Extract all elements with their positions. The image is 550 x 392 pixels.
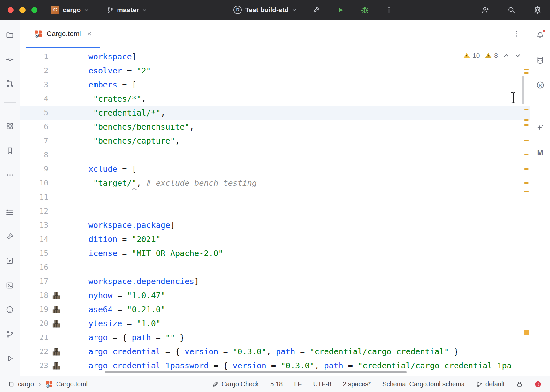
warning-stripe-mark[interactable] <box>524 72 529 74</box>
close-tab-icon[interactable] <box>87 31 92 36</box>
code-line[interactable]: 13workspace.package] <box>20 218 530 232</box>
line-number[interactable]: 6 <box>20 123 48 131</box>
line-number[interactable]: 22 <box>20 347 48 356</box>
indent-widget[interactable]: 2 spaces* <box>343 381 371 388</box>
breadcrumb-project[interactable]: cargo <box>18 381 34 388</box>
run-configuration-selector[interactable]: R Test build-std <box>233 6 296 14</box>
more-actions-button[interactable] <box>384 5 394 15</box>
code-line[interactable]: 1workspace] <box>20 49 530 64</box>
line-number[interactable]: 21 <box>20 333 48 342</box>
rust-toolchain-button[interactable]: R <box>533 78 547 92</box>
warning-stripe-mark[interactable] <box>524 119 529 121</box>
zoom-window-button[interactable] <box>31 7 37 13</box>
line-number[interactable]: 9 <box>20 165 48 173</box>
vcs-tool-button[interactable] <box>3 327 17 341</box>
code-line[interactable]: 21argo = { path = "" } <box>20 330 530 344</box>
vertical-scrollbar[interactable] <box>522 76 524 104</box>
encoding-widget[interactable]: UTF-8 <box>313 381 332 388</box>
line-number[interactable]: 7 <box>20 137 48 145</box>
vcs-branch-widget[interactable]: master <box>107 6 147 14</box>
bookmarks-tool-button[interactable] <box>3 144 17 157</box>
code-line[interactable]: 22argo-credential = { version = "0.3.0",… <box>20 344 530 358</box>
code-line[interactable]: 19ase64 = "0.21.0" <box>20 302 530 316</box>
code-line[interactable]: 10 "target/", # exclude bench testing <box>20 176 530 190</box>
build-tool-button[interactable] <box>3 230 17 243</box>
tab-cargo-toml[interactable]: R Cargo.toml <box>26 20 100 48</box>
line-number[interactable]: 11 <box>20 193 48 201</box>
warning-stripe-block[interactable] <box>524 330 529 335</box>
code-line[interactable]: 18nyhow = "1.0.47" <box>20 288 530 302</box>
vcs-widget[interactable]: default <box>476 381 505 388</box>
line-number[interactable]: 17 <box>20 277 48 285</box>
code-line[interactable]: 5 "credential/*", <box>20 106 530 120</box>
warning-stripe-mark[interactable] <box>524 124 529 126</box>
structure-tool-button[interactable] <box>3 119 17 133</box>
next-problem-button[interactable] <box>515 52 521 59</box>
cargo-check-widget[interactable]: Cargo Check <box>212 381 259 388</box>
code-line[interactable]: 8 <box>20 148 530 162</box>
write-access-toggle[interactable] <box>516 381 523 388</box>
project-widget[interactable]: C cargo <box>51 6 89 14</box>
code-line[interactable]: 7 "benches/capture", <box>20 134 530 148</box>
warning-stripe-mark[interactable] <box>524 191 529 192</box>
code-line[interactable]: 11 <box>20 190 530 204</box>
code-with-me-button[interactable] <box>480 5 490 15</box>
caret-position-widget[interactable]: 5:18 <box>270 381 283 388</box>
ai-assistant-button[interactable] <box>533 121 547 135</box>
code-line[interactable]: 17workspace.dependencies] <box>20 274 530 288</box>
letter-m-tool-button[interactable]: M <box>533 146 547 160</box>
run-tool-button[interactable] <box>3 352 17 365</box>
warning-stripe-mark[interactable] <box>524 168 529 170</box>
line-number[interactable]: 10 <box>20 179 48 187</box>
code-line[interactable]: 2esolver = "2" <box>20 64 530 78</box>
code-line[interactable]: 6 "benches/benchsuite", <box>20 120 530 134</box>
debug-button[interactable] <box>360 5 370 15</box>
line-number[interactable]: 3 <box>20 80 48 89</box>
previous-problem-button[interactable] <box>503 52 509 59</box>
editor[interactable]: 1workspace]2esolver = "2"3embers = [4 "c… <box>20 48 530 376</box>
warning-stripe-mark[interactable] <box>524 154 529 155</box>
line-number[interactable]: 4 <box>20 94 48 103</box>
notifications-button[interactable] <box>533 28 547 42</box>
code-line[interactable]: 4 "crates/*", <box>20 92 530 106</box>
line-number[interactable]: 2 <box>20 66 48 75</box>
build-button[interactable] <box>311 5 321 15</box>
code-line[interactable]: 3embers = [ <box>20 78 530 92</box>
todo-tool-button[interactable] <box>3 206 17 219</box>
project-tool-button[interactable] <box>3 28 17 41</box>
more-tool-windows-button[interactable] <box>3 168 17 182</box>
line-number[interactable]: 20 <box>20 319 48 328</box>
close-window-button[interactable] <box>8 7 14 13</box>
code-line[interactable]: 15icense = "MIT OR Apache-2.0" <box>20 246 530 260</box>
minimize-window-button[interactable] <box>19 7 26 13</box>
line-number[interactable]: 18 <box>20 291 48 299</box>
code-line[interactable]: 9xclude = [ <box>20 162 530 176</box>
terminal-tool-button[interactable] <box>3 279 17 292</box>
run-button[interactable] <box>336 5 345 15</box>
code-line[interactable]: 12 <box>20 204 530 218</box>
line-number[interactable]: 8 <box>20 151 48 159</box>
warning-stripe-mark[interactable] <box>524 109 529 110</box>
warning-stripe-mark[interactable] <box>524 182 529 184</box>
line-number[interactable]: 19 <box>20 305 48 313</box>
line-number[interactable]: 12 <box>20 207 48 215</box>
line-number[interactable]: 13 <box>20 221 48 229</box>
tab-options-button[interactable] <box>513 30 520 38</box>
code-line[interactable]: 14dition = "2021" <box>20 232 530 246</box>
warning-stripe-mark[interactable] <box>524 140 529 141</box>
line-number[interactable]: 15 <box>20 249 48 257</box>
line-number[interactable]: 16 <box>20 263 48 271</box>
database-tool-button[interactable] <box>533 53 547 67</box>
code-line[interactable]: 16 <box>20 260 530 274</box>
problems-tool-button[interactable] <box>3 303 17 316</box>
code-line[interactable]: 20ytesize = "1.0" <box>20 316 530 330</box>
line-number[interactable]: 23 <box>20 361 48 370</box>
breadcrumb-file[interactable]: Cargo.toml <box>56 381 88 388</box>
services-tool-button[interactable] <box>3 254 17 268</box>
inspections-widget[interactable]: 10 8 <box>463 52 521 59</box>
search-everywhere-button[interactable] <box>507 5 516 15</box>
warning-stripe-mark[interactable] <box>524 69 529 70</box>
line-number[interactable]: 14 <box>20 235 48 243</box>
commit-tool-button[interactable] <box>3 52 17 66</box>
pull-requests-tool-button[interactable] <box>3 77 17 90</box>
